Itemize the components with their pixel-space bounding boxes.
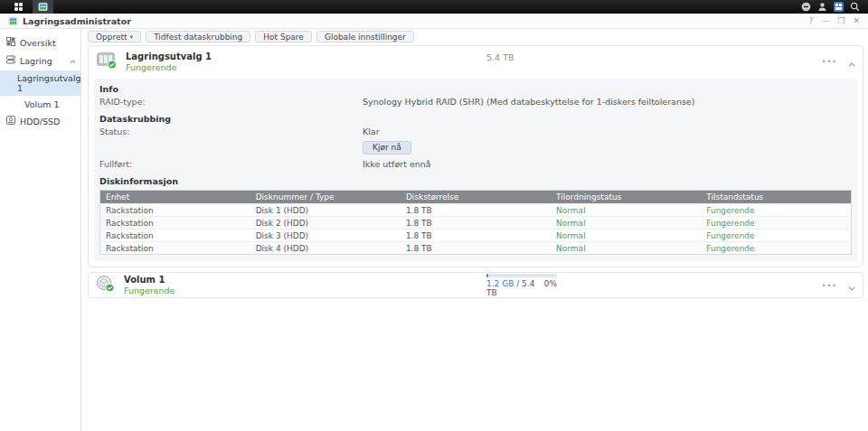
sidebar-item-storage[interactable]: Lagring: [0, 52, 80, 69]
cell-alloc: Normal: [551, 217, 701, 230]
disk-table: Enhet Disknummer / Type Diskstørrelse Ti…: [99, 190, 852, 255]
hot-spare-button[interactable]: Hot Spare: [255, 31, 312, 42]
pool-header-actions: •••: [822, 52, 855, 70]
usage-percent: 0%: [544, 279, 557, 297]
collapse-chevron-icon[interactable]: [70, 56, 76, 66]
data-scrubbing-section: Dataskrubbing Status: Klar Kjør nå Fullf…: [99, 114, 852, 169]
col-allocation-status[interactable]: Tilordningstatus: [551, 191, 701, 204]
run-now-button[interactable]: Kjør nå: [363, 141, 411, 155]
scrub-status-row: Status: Klar: [99, 126, 852, 136]
cell-disk: Disk 2 (HDD): [250, 217, 401, 230]
col-device[interactable]: Enhet: [100, 191, 250, 204]
volume-titles: Volum 1 Fungerende: [124, 275, 175, 295]
create-button-label: Opprett: [96, 33, 127, 42]
scrub-status-label: Status:: [99, 126, 363, 136]
cell-health: Fungerende: [701, 204, 851, 217]
info-heading: Info: [99, 84, 852, 94]
sidebar-item-label: Volum 1: [24, 99, 60, 109]
cell-device: Rackstation: [100, 217, 250, 230]
cell-device: Rackstation: [100, 204, 250, 217]
usage-progress-bar: [486, 274, 557, 277]
close-button[interactable]: ✕: [853, 16, 860, 25]
col-health-status[interactable]: Tilstandstatus: [701, 191, 851, 204]
main-content: Lagringsutvalg 1 Fungerende 5.4 TB ••• I…: [82, 45, 868, 431]
used-space-link[interactable]: 1.2 GB: [486, 279, 514, 288]
cell-health: Fungerende: [701, 217, 851, 230]
cell-disk: Disk 1 (HDD): [250, 204, 401, 217]
cell-size: 1.8 TB: [401, 242, 551, 255]
disk-info-heading: Diskinformasjon: [99, 176, 852, 186]
collapse-panel-icon[interactable]: [848, 53, 855, 70]
sidebar-item-hdd-ssd[interactable]: HDD/SSD: [0, 113, 80, 129]
col-disk-number[interactable]: Disknummer / Type: [250, 191, 401, 204]
sidebar-item-label: Oversikt: [20, 38, 56, 48]
cell-device: Rackstation: [100, 230, 250, 242]
window-controls: ? — ❐ ✕: [809, 16, 860, 25]
widgets-icon[interactable]: [834, 2, 844, 12]
cell-alloc: Normal: [551, 204, 701, 217]
volume-identity: Volum 1 Fungerende: [96, 275, 486, 296]
window-titlebar: Lagringsadministrator ? — ❐ ✕: [0, 14, 868, 29]
window-title: Lagringsadministrator: [23, 16, 131, 26]
pool-status-badge: Fungerende: [126, 62, 212, 72]
volume-icon: [96, 275, 116, 296]
disk-info-section: Diskinformasjon Enhet Disknummer / Type …: [99, 176, 852, 255]
table-row[interactable]: Rackstation Disk 4 (HDD) 1.8 TB Normal F…: [100, 242, 852, 255]
sidebar-item-overview[interactable]: Oversikt: [0, 34, 80, 51]
storage-pool-icon: [96, 52, 118, 73]
col-disk-size[interactable]: Diskstørrelse: [401, 191, 551, 204]
pool-titles: Lagringsutvalg 1 Fungerende: [126, 52, 212, 72]
scrub-status-value: Klar: [363, 126, 380, 136]
disk-table-header: Enhet Disknummer / Type Diskstørrelse Ti…: [100, 191, 852, 204]
hot-spare-label: Hot Spare: [263, 33, 304, 42]
raid-type-value: Synology Hybrid RAID (SHR) (Med databesk…: [363, 97, 694, 107]
taskbar: [0, 0, 868, 14]
cell-device: Rackstation: [100, 242, 250, 255]
storage-icon: [6, 55, 15, 66]
overview-icon: [6, 37, 15, 48]
sidebar-item-label: Lagring: [20, 56, 52, 66]
cell-health: Fungerende: [701, 242, 851, 255]
pool-panel-header: Lagringsutvalg 1 Fungerende 5.4 TB •••: [89, 46, 863, 77]
maximize-button[interactable]: ❐: [837, 16, 844, 25]
usage-text-row: 1.2 GB / 5.4 TB 0%: [486, 279, 557, 297]
scrub-done-value: Ikke utført ennå: [363, 159, 431, 169]
sidebar-item-label: Lagringsutvalg 1: [17, 73, 81, 93]
cell-disk: Disk 3 (HDD): [250, 230, 401, 242]
cell-disk: Disk 4 (HDD): [250, 242, 401, 255]
scrub-run-row: Kjør nå: [99, 136, 852, 156]
pool-identity: Lagringsutvalg 1 Fungerende: [96, 52, 486, 73]
schedule-scrubbing-label: Tidfest dataskrubbing: [154, 33, 242, 42]
create-button[interactable]: Opprett ▾: [88, 31, 141, 42]
volume-usage: 1.2 GB / 5.4 TB 0%: [486, 274, 557, 297]
cell-health: Fungerende: [701, 230, 851, 242]
hdd-icon: [6, 116, 15, 126]
help-button[interactable]: ?: [809, 16, 814, 25]
sidebar-item-storage-pool-1[interactable]: Lagringsutvalg 1: [0, 70, 80, 96]
cell-alloc: Normal: [551, 230, 701, 242]
table-row[interactable]: Rackstation Disk 1 (HDD) 1.8 TB Normal F…: [100, 204, 852, 217]
table-row[interactable]: Rackstation Disk 2 (HDD) 1.8 TB Normal F…: [100, 217, 852, 230]
expand-panel-icon[interactable]: [848, 277, 855, 295]
table-row[interactable]: Rackstation Disk 3 (HDD) 1.8 TB Normal F…: [100, 230, 852, 242]
cell-size: 1.8 TB: [401, 204, 551, 217]
global-settings-button[interactable]: Globale innstillinger: [316, 31, 414, 42]
sidebar-item-volume-1[interactable]: Volum 1: [0, 97, 80, 112]
desktop: Lagringsadministrator ? — ❐ ✕ Oversikt L…: [0, 0, 868, 431]
volume-panel: Volum 1 Fungerende 1.2 GB / 5.4 TB 0% ••…: [88, 272, 863, 298]
raid-type-label: RAID-type:: [99, 97, 363, 107]
raid-type-row: RAID-type: Synology Hybrid RAID (SHR) (M…: [99, 97, 852, 107]
sidebar-item-label: HDD/SSD: [20, 117, 60, 126]
sidebar: Oversikt Lagring Lagringsutvalg 1 Volum …: [0, 29, 81, 431]
more-options-icon[interactable]: •••: [822, 60, 837, 65]
pool-title: Lagringsutvalg 1: [126, 52, 212, 62]
chevron-down-icon: ▾: [130, 33, 134, 41]
pool-details: Info RAID-type: Synology Hybrid RAID (SH…: [94, 79, 857, 261]
minimize-button[interactable]: —: [821, 16, 829, 25]
taskbar-storage-manager-button[interactable]: [33, 0, 53, 14]
pool-capacity: 5.4 TB: [486, 52, 514, 62]
schedule-scrubbing-button[interactable]: Tidfest dataskrubbing: [146, 31, 250, 42]
more-options-icon[interactable]: •••: [822, 284, 837, 289]
scrub-done-label: Fullført:: [99, 159, 363, 169]
volume-title: Volum 1: [124, 275, 175, 286]
